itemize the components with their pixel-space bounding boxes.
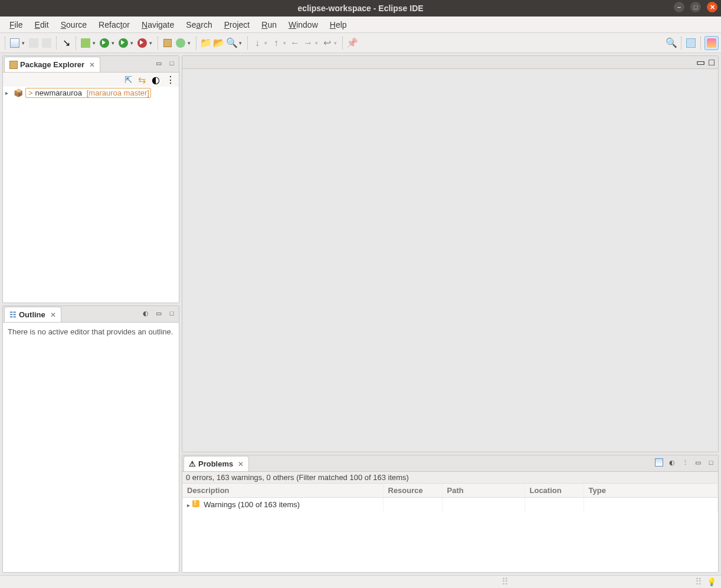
close-icon[interactable]: ✕ (50, 311, 56, 319)
package-explorer-label: Package Explorer (20, 60, 84, 69)
menu-navigate[interactable]: Navigate (136, 18, 180, 31)
prev-annotation-button[interactable]: ↓ (251, 37, 263, 49)
java-perspective-button[interactable] (704, 36, 719, 50)
new-class-button[interactable] (175, 37, 186, 49)
menu-search[interactable]: Search (180, 18, 218, 31)
menu-project[interactable]: Project (218, 18, 256, 31)
save-all-button[interactable] (41, 37, 53, 49)
warning-icon (192, 500, 199, 507)
maximize-button[interactable]: □ (690, 2, 701, 12)
git-branch-label: [marauroa master] (87, 88, 149, 97)
back-button[interactable]: ← (289, 37, 301, 49)
col-resource[interactable]: Resource (383, 484, 442, 498)
editor-minimize-button[interactable]: ▭ (696, 57, 705, 68)
filter-button[interactable] (654, 458, 664, 467)
editor-area: ▭ □ (182, 55, 719, 452)
git-decorator: > (28, 88, 33, 97)
warnings-row[interactable]: ▸ Warnings (100 of 163 items) (182, 498, 718, 512)
history-dropdown[interactable]: ▾ (315, 40, 320, 46)
tip-bulb-icon[interactable]: 💡 (707, 577, 716, 586)
collapse-all-button[interactable]: ⇱ (124, 74, 132, 86)
menu-source[interactable]: Source (55, 18, 93, 31)
view-menu-button[interactable]: ⋮ (166, 74, 175, 86)
view-menu-button[interactable]: ⋮ (680, 458, 690, 467)
external-tools-button[interactable] (136, 37, 148, 49)
open-perspective-button[interactable] (685, 37, 697, 49)
open-task-button[interactable]: 📂 (213, 37, 225, 49)
problems-icon: ⚠ (189, 459, 196, 468)
new-class-dropdown[interactable]: ▾ (188, 40, 192, 46)
focus-task-button[interactable]: ◐ (141, 308, 150, 318)
view-maximize-button[interactable]: □ (167, 308, 176, 318)
skip-breakpoints-button[interactable]: ↘ (60, 37, 72, 49)
close-icon[interactable]: ✕ (89, 61, 95, 69)
package-explorer-tab[interactable]: Package Explorer ✕ (4, 57, 100, 72)
run-button[interactable] (99, 37, 110, 49)
problems-summary: 0 errors, 163 warnings, 0 others (Filter… (182, 472, 718, 484)
new-button[interactable] (9, 37, 21, 49)
view-minimize-button[interactable]: ▭ (154, 308, 163, 318)
expand-arrow-icon[interactable]: ▸ (187, 502, 190, 508)
view-minimize-button[interactable]: ▭ (154, 58, 163, 68)
new-dropdown[interactable]: ▾ (22, 40, 27, 46)
coverage-button[interactable] (117, 37, 129, 49)
package-explorer-view: Package Explorer ✕ ▭ □ ⇱ ⇆ ◐ ⋮ ▸ 📦 (2, 55, 179, 303)
col-type[interactable]: Type (584, 484, 718, 498)
project-name: newmarauroa (35, 88, 83, 97)
problems-tab[interactable]: ⚠ Problems ✕ (183, 456, 249, 471)
editor-empty-area (182, 69, 718, 452)
menu-bar: File Edit Source Refactor Navigate Searc… (0, 17, 721, 33)
coverage-dropdown[interactable]: ▾ (130, 40, 135, 46)
outline-empty-message: There is no active editor that provides … (8, 327, 173, 336)
external-tools-dropdown[interactable]: ▾ (149, 40, 154, 46)
problems-view: ⚠ Problems ✕ ◐ ⋮ ▭ □ 0 errors, 163 warni… (182, 455, 719, 573)
close-button[interactable]: ✕ (707, 2, 717, 12)
outline-tab[interactable]: ☷ Outline ✕ (4, 307, 61, 322)
outline-view: ☷ Outline ✕ ◐ ▭ □ There is no active edi… (2, 306, 179, 573)
main-toolbar: ▾ ↘ ▾ ▾ ▾ ▾ ▾ 📁 📂 🔍 ▾ ↓ ▾ ↑ ▾ ← → ▾ ↩ ▾ … (0, 33, 721, 53)
next-annotation-dropdown[interactable]: ▾ (283, 40, 288, 46)
link-editor-button[interactable]: ⇆ (138, 74, 146, 86)
window-title-bar: eclipse-workspace - Eclipse IDE – □ ✕ (0, 0, 721, 17)
view-maximize-button[interactable]: □ (167, 58, 176, 68)
drag-handle-icon: ⠿ (695, 576, 702, 587)
new-package-button[interactable] (162, 37, 173, 49)
workspace: Package Explorer ✕ ▭ □ ⇱ ⇆ ◐ ⋮ ▸ 📦 (0, 53, 721, 575)
pin-editor-button[interactable]: 📌 (346, 37, 358, 49)
prev-annotation-dropdown[interactable]: ▾ (264, 40, 269, 46)
debug-button[interactable] (80, 37, 91, 49)
debug-dropdown[interactable]: ▾ (93, 40, 97, 46)
menu-edit[interactable]: Edit (29, 18, 55, 31)
search-button[interactable]: 🔍 (226, 37, 238, 49)
project-tree-item[interactable]: ▸ 📦 > newmarauroa [marauroa master] (3, 87, 179, 99)
open-type-button[interactable]: 📁 (200, 37, 212, 49)
outline-label: Outline (19, 310, 45, 319)
save-button[interactable] (28, 37, 40, 49)
close-icon[interactable]: ✕ (238, 460, 244, 468)
search-dropdown[interactable]: ▾ (239, 40, 244, 46)
forward-button[interactable]: → (302, 37, 314, 49)
menu-run[interactable]: Run (255, 18, 283, 31)
menu-file[interactable]: File (4, 18, 29, 31)
menu-help[interactable]: Help (324, 18, 353, 31)
focus-task-button[interactable]: ◐ (667, 458, 677, 467)
col-description[interactable]: Description (182, 484, 383, 498)
last-edit-dropdown[interactable]: ▾ (334, 40, 339, 46)
focus-task-button[interactable]: ◐ (152, 74, 160, 86)
expand-arrow-icon[interactable]: ▸ (5, 90, 11, 96)
quick-access-button[interactable]: 🔍 (666, 37, 677, 49)
col-path[interactable]: Path (442, 484, 525, 498)
view-minimize-button[interactable]: ▭ (693, 458, 703, 467)
next-annotation-button[interactable]: ↑ (270, 37, 282, 49)
run-dropdown[interactable]: ▾ (112, 40, 116, 46)
window-title: eclipse-workspace - Eclipse IDE (297, 4, 423, 13)
problems-table: Description Resource Path Location Type … (182, 484, 718, 511)
menu-window[interactable]: Window (283, 18, 324, 31)
menu-refactor[interactable]: Refactor (93, 18, 136, 31)
view-maximize-button[interactable]: □ (706, 458, 716, 467)
problems-label: Problems (198, 459, 233, 468)
col-location[interactable]: Location (525, 484, 584, 498)
last-edit-button[interactable]: ↩ (321, 37, 333, 49)
editor-maximize-button[interactable]: □ (709, 57, 715, 68)
minimize-button[interactable]: – (674, 2, 684, 12)
